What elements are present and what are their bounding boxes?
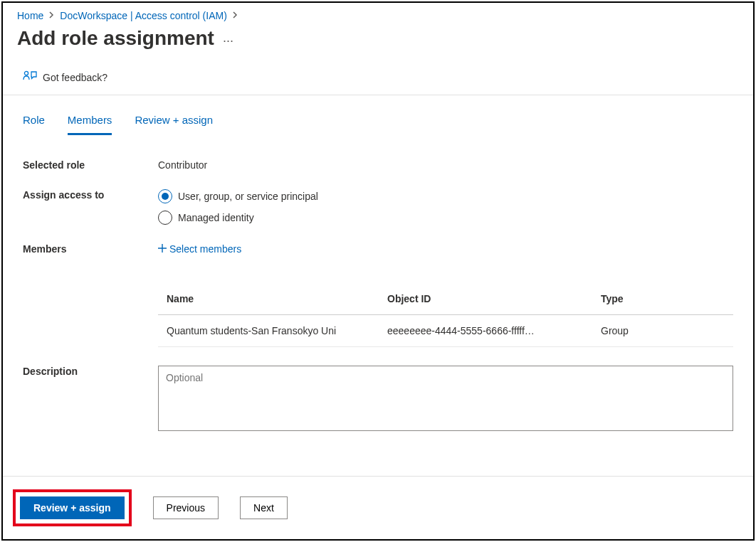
- page-title: Add role assignment: [17, 27, 214, 50]
- cell-object-id: eeeeeeee-4444-5555-6666-fffff…: [387, 325, 601, 336]
- previous-button[interactable]: Previous: [153, 496, 219, 519]
- select-members-label: Select members: [169, 243, 241, 255]
- chevron-right-icon: [233, 11, 238, 21]
- assign-access-label: Assign access to: [23, 189, 158, 201]
- cell-name: Quantum students-San Fransokyo Uni: [167, 325, 387, 336]
- breadcrumb: Home DocWorkspace | Access control (IAM): [3, 3, 753, 21]
- radio-managed-identity[interactable]: Managed identity: [158, 211, 733, 225]
- next-button[interactable]: Next: [240, 496, 288, 519]
- radio-label-managed: Managed identity: [178, 212, 254, 223]
- description-input[interactable]: [158, 366, 733, 431]
- review-assign-highlight: Review + assign: [13, 489, 132, 526]
- radio-icon: [158, 189, 172, 203]
- description-label: Description: [23, 366, 158, 377]
- feedback-icon: [23, 70, 37, 85]
- footer-actions: Review + assign Previous Next: [3, 476, 753, 539]
- table-row[interactable]: Quantum students-San Fransokyo Uni eeeee…: [158, 315, 733, 347]
- svg-point-0: [24, 71, 28, 75]
- review-assign-button[interactable]: Review + assign: [20, 496, 125, 519]
- column-header-name: Name: [167, 293, 387, 304]
- column-header-object-id: Object ID: [387, 293, 601, 304]
- radio-label-user: User, group, or service principal: [178, 191, 318, 202]
- feedback-label: Got feedback?: [43, 72, 107, 83]
- more-actions-icon[interactable]: ···: [223, 34, 233, 47]
- radio-user-group-sp[interactable]: User, group, or service principal: [158, 189, 733, 203]
- select-members-link[interactable]: Select members: [158, 243, 241, 255]
- tab-review-assign[interactable]: Review + assign: [135, 114, 213, 135]
- feedback-link[interactable]: Got feedback?: [3, 61, 753, 95]
- members-table: Name Object ID Type Quantum students-San…: [158, 283, 733, 347]
- selected-role-label: Selected role: [23, 159, 158, 171]
- plus-icon: [158, 243, 167, 255]
- tab-members[interactable]: Members: [68, 114, 112, 135]
- members-label: Members: [23, 243, 158, 255]
- cell-type: Group: [601, 325, 725, 336]
- radio-icon: [158, 211, 172, 225]
- tab-role[interactable]: Role: [23, 114, 45, 135]
- chevron-right-icon: [49, 11, 54, 21]
- selected-role-value: Contributor: [158, 159, 733, 171]
- tabs: Role Members Review + assign: [3, 95, 753, 135]
- breadcrumb-workspace[interactable]: DocWorkspace | Access control (IAM): [60, 10, 226, 21]
- breadcrumb-home[interactable]: Home: [17, 10, 43, 21]
- column-header-type: Type: [601, 293, 725, 304]
